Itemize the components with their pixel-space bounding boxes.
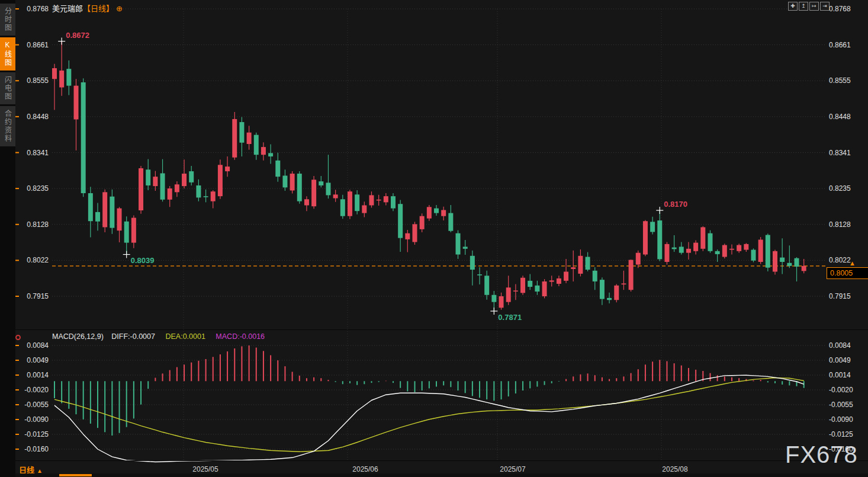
- candle-body: [744, 244, 748, 250]
- candlestick-chart-canvas[interactable]: [0, 0, 868, 477]
- sidebar-tab-item[interactable]: 闪电图: [0, 72, 15, 104]
- candle-body: [614, 286, 619, 300]
- candle-body: [391, 196, 396, 208]
- chart-window: 分时图K线图闪电图合约资料 美元瑞郎【日线】⊕ ✚↥↦⇥ 0.87680.876…: [0, 0, 868, 477]
- candle-body: [650, 222, 655, 232]
- candle-body: [484, 276, 489, 294]
- candle-body: [506, 287, 511, 302]
- candle-body: [74, 86, 79, 120]
- candle-body: [81, 82, 86, 193]
- candle-body: [578, 256, 583, 274]
- candle-body: [463, 246, 468, 248]
- candle-body: [218, 165, 223, 196]
- candle-body: [153, 177, 157, 186]
- candle-body: [95, 212, 100, 222]
- time-scrollbar-thumb[interactable]: [59, 474, 92, 476]
- time-scrollbar-track[interactable]: [15, 473, 868, 477]
- candle-body: [542, 281, 547, 296]
- candle-body: [232, 119, 237, 158]
- candle-body: [499, 296, 504, 308]
- candle-body: [715, 251, 720, 254]
- candle-body: [282, 175, 287, 187]
- candle-body: [557, 278, 561, 284]
- candle-body: [448, 213, 453, 231]
- period-tag: 【日线】: [83, 4, 114, 13]
- month-axis-label: 2025/05: [192, 465, 218, 473]
- candle-body: [513, 290, 518, 292]
- candle-body: [333, 194, 338, 198]
- candle-body: [737, 245, 741, 251]
- candle-body: [225, 167, 230, 171]
- fit-horizontal-icon[interactable]: ↦: [809, 2, 819, 11]
- candle-body: [297, 174, 302, 201]
- candle-body: [311, 180, 316, 206]
- macd-dea-value: DEA:0.0001: [165, 332, 205, 341]
- settings-icon[interactable]: ⊕: [116, 4, 123, 13]
- candle-body: [340, 199, 345, 216]
- candle-body: [146, 169, 150, 185]
- candle-body: [700, 227, 705, 248]
- candle-body: [275, 161, 280, 177]
- candle-body: [679, 246, 684, 252]
- candle-body: [304, 199, 309, 205]
- candle-body: [355, 194, 359, 211]
- candle-body: [268, 153, 273, 156]
- candle-body: [362, 205, 367, 213]
- pan-icon[interactable]: ✚: [788, 2, 798, 11]
- macd-readout: MACD(26,12,9) DIFF:-0.0007 DEA:0.0001 MA…: [52, 332, 265, 341]
- candle-body: [456, 233, 461, 255]
- candle-body: [110, 197, 114, 228]
- candle-body: [369, 195, 374, 205]
- candle-body: [470, 256, 475, 270]
- macd-diff-value: DIFF:-0.0007: [111, 332, 155, 341]
- candle-body: [802, 266, 806, 271]
- candle-body: [348, 191, 352, 216]
- candle-body: [491, 295, 496, 302]
- candle-body: [377, 200, 381, 201]
- candle-body: [766, 235, 770, 268]
- candle-body: [787, 263, 792, 266]
- candle-body: [204, 196, 208, 197]
- candle-body: [239, 122, 244, 143]
- candle-body: [664, 244, 669, 262]
- candle-body: [564, 271, 568, 280]
- candle-body: [528, 281, 532, 287]
- candle-body: [189, 171, 194, 183]
- macd-macd-value: MACD:-0.0016: [216, 332, 265, 341]
- candle-body: [211, 191, 216, 201]
- macd-title: MACD(26,12,9): [52, 332, 104, 341]
- candle-body: [520, 278, 525, 293]
- last-price-tag: 0.8005: [827, 267, 868, 279]
- candle-body: [66, 69, 71, 85]
- candle-body: [168, 188, 172, 200]
- candle-body: [607, 298, 612, 300]
- candle-body: [254, 135, 259, 155]
- candle-body: [131, 218, 136, 243]
- go-latest-icon[interactable]: ⇥: [820, 2, 830, 11]
- indicator-marker-icon[interactable]: [15, 335, 21, 340]
- candle-body: [751, 250, 756, 261]
- candle-body: [102, 192, 107, 227]
- candle-body: [59, 71, 64, 87]
- sidebar-tab-item[interactable]: 合约资料: [0, 106, 15, 146]
- candle-body: [124, 222, 129, 243]
- candle-body: [326, 183, 330, 195]
- candle-body: [636, 253, 641, 265]
- candle-body: [672, 248, 677, 249]
- chart-title: 美元瑞郎【日线】⊕: [52, 2, 123, 14]
- candle-body: [708, 233, 712, 251]
- candle-body: [621, 283, 626, 284]
- fit-vertical-icon[interactable]: ↥: [799, 2, 808, 11]
- month-axis-label: 2025/06: [352, 465, 378, 473]
- candle-body: [160, 173, 165, 199]
- candle-body: [117, 209, 122, 231]
- sidebar-tab-active[interactable]: K线图: [0, 37, 15, 71]
- candle-body: [52, 68, 57, 79]
- candle-body: [196, 185, 201, 197]
- candle-body: [405, 233, 410, 239]
- candle-body: [182, 174, 187, 186]
- candle-body: [795, 258, 799, 267]
- sidebar-tab-item[interactable]: 分时图: [0, 4, 15, 36]
- candle-body: [586, 257, 590, 270]
- candle-body: [643, 221, 648, 254]
